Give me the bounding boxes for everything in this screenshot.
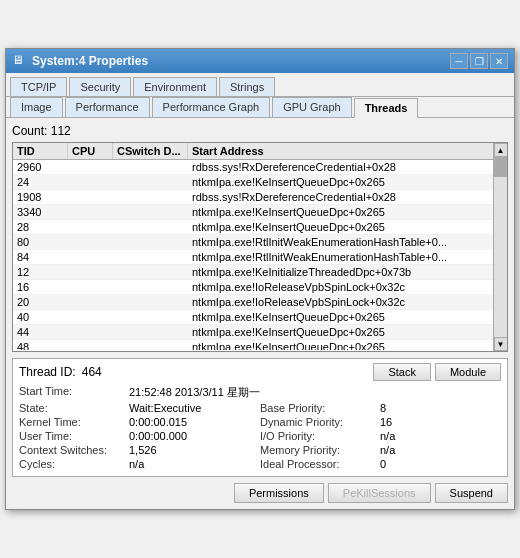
context-switches-col: Context Switches: 1,526	[19, 444, 260, 456]
context-switches-value: 1,526	[129, 444, 209, 456]
table-cell: ntkmIpa.exe!RtlInitWeakEnumerationHashTa…	[188, 250, 507, 264]
dynamic-priority-col: Dynamic Priority: 16	[260, 416, 501, 428]
table-row[interactable]: 80ntkmIpa.exe!RtlInitWeakEnumerationHash…	[13, 235, 507, 250]
io-priority-label: I/O Priority:	[260, 430, 380, 442]
table-cell	[113, 325, 188, 339]
table-cell	[68, 265, 113, 279]
table-scrollbar[interactable]: ▲ ▼	[493, 143, 507, 351]
restore-button[interactable]: ❐	[470, 53, 488, 69]
user-time-value: 0:00:00.000	[129, 430, 209, 442]
table-cell: ntkmIpa.exe!KeInsertQueueDpc+0x265	[188, 325, 507, 339]
ideal-processor-col: Ideal Processor: 0	[260, 458, 501, 470]
cycles-row: Cycles: n/a Ideal Processor: 0	[19, 458, 501, 470]
tab-gpu-graph[interactable]: GPU Graph	[272, 97, 351, 117]
io-priority-col: I/O Priority: n/a	[260, 430, 501, 442]
memory-priority-value: n/a	[380, 444, 395, 456]
start-time-row: Start Time: 21:52:48 2013/3/11 星期一	[19, 385, 501, 400]
table-row[interactable]: 16ntkmIpa.exe!IoReleaseVpbSpinLock+0x32c	[13, 280, 507, 295]
table-row[interactable]: 2960rdbss.sys!RxDereferenceCredential+0x…	[13, 160, 507, 175]
tab-strings[interactable]: Strings	[219, 77, 275, 96]
table-cell	[68, 160, 113, 174]
table-row[interactable]: 3340ntkmIpa.exe!KeInsertQueueDpc+0x265	[13, 205, 507, 220]
pekillsessions-button[interactable]: PeKillSessions	[328, 483, 431, 503]
start-time-value: 21:52:48 2013/3/11 星期一	[129, 385, 260, 400]
stack-button[interactable]: Stack	[373, 363, 431, 381]
table-cell	[113, 175, 188, 189]
table-cell: 28	[13, 220, 68, 234]
col-cpu: CPU	[68, 143, 113, 159]
tab-performance-graph[interactable]: Performance Graph	[152, 97, 271, 117]
threads-table: TID CPU CSwitch D... Start Address 2960r…	[12, 142, 508, 352]
main-window: 🖥 System:4 Properties ─ ❐ ✕ TCP/IP Secur…	[5, 48, 515, 510]
table-cell	[113, 340, 188, 350]
tabs-row1: TCP/IP Security Environment Strings	[6, 73, 514, 97]
scroll-down-btn[interactable]: ▼	[494, 337, 508, 351]
table-cell	[113, 250, 188, 264]
tab-environment[interactable]: Environment	[133, 77, 217, 96]
col-cswitch: CSwitch D...	[113, 143, 188, 159]
table-row[interactable]: 48ntkmIpa.exe!KeInsertQueueDpc+0x265	[13, 340, 507, 350]
bottom-buttons: Permissions PeKillSessions Suspend	[12, 483, 508, 503]
table-body[interactable]: 2960rdbss.sys!RxDereferenceCredential+0x…	[13, 160, 507, 350]
table-cell: ntkmIpa.exe!KeInitializeThreadedDpc+0x73…	[188, 265, 507, 279]
table-cell: 20	[13, 295, 68, 309]
scroll-up-btn[interactable]: ▲	[494, 143, 508, 157]
table-cell: 40	[13, 310, 68, 324]
table-cell	[68, 280, 113, 294]
table-cell: 80	[13, 235, 68, 249]
tab-tcpip[interactable]: TCP/IP	[10, 77, 67, 96]
table-cell: 1908	[13, 190, 68, 204]
table-row[interactable]: 40ntkmIpa.exe!KeInsertQueueDpc+0x265	[13, 310, 507, 325]
tab-performance[interactable]: Performance	[65, 97, 150, 117]
tab-threads[interactable]: Threads	[354, 98, 419, 118]
table-row[interactable]: 24ntkmIpa.exe!KeInsertQueueDpc+0x265	[13, 175, 507, 190]
table-cell: ntkmIpa.exe!KeInsertQueueDpc+0x265	[188, 340, 507, 350]
tabs-row2: Image Performance Performance Graph GPU …	[6, 97, 514, 118]
table-cell: ntkmIpa.exe!KeInsertQueueDpc+0x265	[188, 205, 507, 219]
kernel-time-label: Kernel Time:	[19, 416, 129, 428]
table-row[interactable]: 28ntkmIpa.exe!KeInsertQueueDpc+0x265	[13, 220, 507, 235]
count-label: Count:	[12, 124, 47, 138]
table-header: TID CPU CSwitch D... Start Address	[13, 143, 507, 160]
col-startaddr: Start Address	[188, 143, 507, 159]
table-cell	[68, 250, 113, 264]
thread-id-row: Thread ID: 464 Stack Module	[19, 363, 501, 381]
suspend-button[interactable]: Suspend	[435, 483, 508, 503]
table-row[interactable]: 44ntkmIpa.exe!KeInsertQueueDpc+0x265	[13, 325, 507, 340]
table-cell: 44	[13, 325, 68, 339]
table-cell	[113, 295, 188, 309]
base-priority-label: Base Priority:	[260, 402, 380, 414]
tab-security[interactable]: Security	[69, 77, 131, 96]
table-row[interactable]: 84ntkmIpa.exe!RtlInitWeakEnumerationHash…	[13, 250, 507, 265]
tab-image[interactable]: Image	[10, 97, 63, 117]
module-button[interactable]: Module	[435, 363, 501, 381]
table-cell	[113, 205, 188, 219]
cycles-col: Cycles: n/a	[19, 458, 260, 470]
table-cell	[113, 160, 188, 174]
context-switches-row: Context Switches: 1,526 Memory Priority:…	[19, 444, 501, 456]
table-cell: 16	[13, 280, 68, 294]
state-col: State: Wait:Executive	[19, 402, 260, 414]
table-cell: ntkmIpa.exe!KeInsertQueueDpc+0x265	[188, 175, 507, 189]
title-bar-left: 🖥 System:4 Properties	[12, 53, 148, 69]
state-row: State: Wait:Executive Base Priority: 8	[19, 402, 501, 414]
thread-id-label: Thread ID:	[19, 365, 76, 379]
table-row[interactable]: 1908rdbss.sys!RxDereferenceCredential+0x…	[13, 190, 507, 205]
dynamic-priority-label: Dynamic Priority:	[260, 416, 380, 428]
scroll-track[interactable]	[494, 157, 507, 337]
table-cell	[113, 280, 188, 294]
base-priority-value: 8	[380, 402, 386, 414]
kernel-time-col: Kernel Time: 0:00:00.015	[19, 416, 260, 428]
minimize-button[interactable]: ─	[450, 53, 468, 69]
close-button[interactable]: ✕	[490, 53, 508, 69]
context-switches-label: Context Switches:	[19, 444, 129, 456]
scroll-thumb[interactable]	[494, 157, 507, 177]
io-priority-value: n/a	[380, 430, 395, 442]
table-row[interactable]: 20ntkmIpa.exe!IoReleaseVpbSpinLock+0x32c	[13, 295, 507, 310]
table-cell: ntkmIpa.exe!IoReleaseVpbSpinLock+0x32c	[188, 280, 507, 294]
kernel-time-value: 0:00:00.015	[129, 416, 209, 428]
table-row[interactable]: 12ntkmIpa.exe!KeInitializeThreadedDpc+0x…	[13, 265, 507, 280]
dynamic-priority-value: 16	[380, 416, 392, 428]
permissions-button[interactable]: Permissions	[234, 483, 324, 503]
table-cell	[68, 325, 113, 339]
